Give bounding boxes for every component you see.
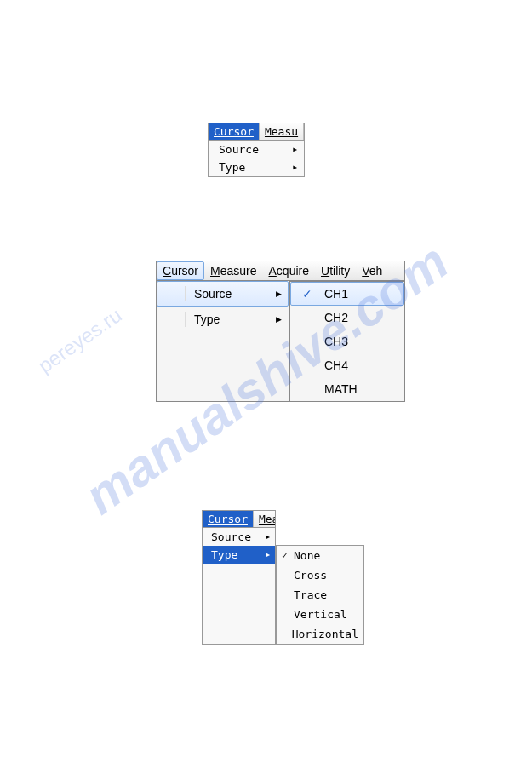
check-icon: ✓ xyxy=(297,287,317,301)
submenu-arrow-icon: ▶ xyxy=(276,315,282,324)
submenu-item-none[interactable]: ✓None xyxy=(277,546,363,565)
cursor-menu-expanded-type: Cursor Measu Source ▶ Type ▶ ✓None Cross… xyxy=(202,510,364,645)
menu-vehicle-label: eh xyxy=(369,264,383,278)
menu-cursor[interactable]: Cursor xyxy=(157,261,204,280)
cursor-dropdown: Source ▶ Type ▶ xyxy=(208,141,305,177)
menu-acquire-label: cquire xyxy=(277,264,309,278)
menubar: Cursor Measu xyxy=(202,510,276,528)
submenu-item-label: Vertical xyxy=(294,608,347,621)
submenu-item-ch4[interactable]: CH4 xyxy=(290,353,404,377)
submenu-arrow-icon: ▶ xyxy=(293,146,297,153)
submenu-item-label: CH1 xyxy=(324,287,348,301)
menu-measure[interactable]: Measure xyxy=(204,261,262,280)
submenu-arrow-icon: ▶ xyxy=(293,163,297,171)
menu-item-type-label: Type xyxy=(194,313,220,326)
menu-item-type-label: Type xyxy=(219,161,245,174)
submenu-item-label: CH2 xyxy=(324,311,348,324)
menu-item-type-label: Type xyxy=(211,548,237,561)
menu-cursor-label: Cursor xyxy=(208,513,248,525)
menu-item-type[interactable]: Type ▶ xyxy=(203,546,275,564)
menu-item-source-label: Source xyxy=(219,143,259,156)
menu-gutter xyxy=(163,312,186,327)
source-submenu: ✓CH1 CH2 CH3 CH4 MATH xyxy=(289,281,405,402)
submenu-item-ch1[interactable]: ✓CH1 xyxy=(290,282,404,306)
menu-item-type[interactable]: Type ▶ xyxy=(209,158,304,176)
submenu-item-vertical[interactable]: Vertical xyxy=(277,605,363,624)
menu-measure-label: easure xyxy=(220,264,257,278)
menu-measure-label: Measu xyxy=(259,513,276,525)
menu-item-source-label: Source xyxy=(194,287,232,301)
check-icon: ✓ xyxy=(282,550,294,561)
menu-item-source[interactable]: Source ▶ xyxy=(209,141,304,158)
submenu-arrow-icon: ▶ xyxy=(266,533,270,541)
type-submenu: ✓None Cross Trace Vertical Horizontal xyxy=(276,545,364,645)
cursor-dropdown: Source ▶ Type ▶ xyxy=(202,528,276,645)
submenu-item-label: Horizontal xyxy=(292,628,358,640)
submenu-item-label: Cross xyxy=(294,569,327,582)
submenu-item-math[interactable]: MATH xyxy=(290,377,404,401)
cursor-menu-expanded-source: Cursor Measure Acquire Utility Veh Sourc… xyxy=(156,261,405,402)
menu-item-source-label: Source xyxy=(211,530,251,543)
menu-item-source[interactable]: Source ▶ xyxy=(157,281,289,307)
menubar: Cursor Measu xyxy=(208,123,305,141)
menu-utility-label: tility xyxy=(329,264,350,278)
menu-measure[interactable]: Measu xyxy=(260,123,304,140)
watermark-text-2: pereyes.ru xyxy=(33,303,126,378)
submenu-item-label: MATH xyxy=(324,382,358,396)
cursor-menu-compact: Cursor Measu Source ▶ Type ▶ xyxy=(208,123,305,177)
menu-cursor[interactable]: Cursor xyxy=(209,123,260,140)
submenu-item-label: CH4 xyxy=(324,358,348,372)
menu-acquire[interactable]: Acquire xyxy=(263,261,315,280)
menubar: Cursor Measure Acquire Utility Veh xyxy=(156,261,405,281)
submenu-item-label: None xyxy=(294,549,320,562)
submenu-item-label: Trace xyxy=(294,588,327,601)
menu-cursor-label: Cursor xyxy=(214,125,254,138)
submenu-item-label: CH3 xyxy=(324,335,348,348)
menu-vehicle[interactable]: Veh xyxy=(356,261,388,280)
submenu-item-ch3[interactable]: CH3 xyxy=(290,330,404,353)
menu-item-type[interactable]: Type ▶ xyxy=(157,307,289,332)
menu-utility[interactable]: Utility xyxy=(315,261,356,280)
submenu-item-ch2[interactable]: CH2 xyxy=(290,306,404,330)
menu-cursor-label: ursor xyxy=(171,264,198,278)
menu-cursor[interactable]: Cursor xyxy=(203,511,254,527)
cursor-dropdown: Source ▶ Type ▶ xyxy=(156,281,289,402)
menu-item-source[interactable]: Source ▶ xyxy=(203,528,275,546)
menu-measure[interactable]: Measu xyxy=(254,511,276,527)
submenu-item-cross[interactable]: Cross xyxy=(277,565,363,585)
submenu-arrow-icon: ▶ xyxy=(276,290,282,298)
menu-measure-label: Measu xyxy=(265,125,298,138)
submenu-item-horizontal[interactable]: Horizontal xyxy=(277,624,363,644)
submenu-item-trace[interactable]: Trace xyxy=(277,585,363,605)
menu-gutter xyxy=(163,286,186,301)
submenu-arrow-icon: ▶ xyxy=(266,551,270,559)
